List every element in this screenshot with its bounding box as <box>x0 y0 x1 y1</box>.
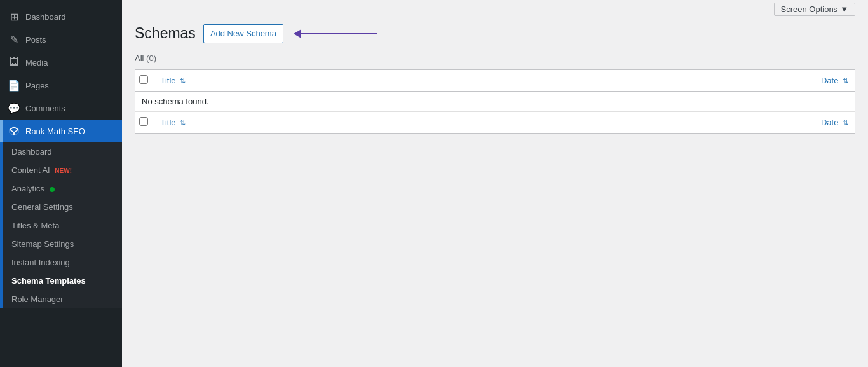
sidebar-item-posts[interactable]: ✎ Posts <box>0 28 122 51</box>
select-all-checkbox[interactable] <box>139 75 148 84</box>
sidebar-label-comments: Comments <box>25 104 65 113</box>
page-content: Schemas Add New Schema All (0) <box>122 18 868 367</box>
page-title: Schemas <box>135 24 196 43</box>
top-bar: Screen Options ▼ <box>122 0 868 18</box>
sidebar-label-pages: Pages <box>25 81 49 90</box>
submenu-item-content-ai[interactable]: Content AI New! <box>3 161 122 179</box>
analytics-status-dot <box>50 187 55 192</box>
sidebar-label-dashboard: Dashboard <box>25 12 66 22</box>
filter-row: All (0) <box>135 53 855 63</box>
sidebar-label-media: Media <box>25 58 48 67</box>
submenu-item-general-settings[interactable]: General Settings <box>3 198 122 216</box>
select-all-footer-checkbox[interactable] <box>139 117 148 126</box>
arrow-line <box>301 33 377 34</box>
submenu-item-dashboard[interactable]: Dashboard <box>3 142 122 161</box>
table-footer-checkbox <box>135 111 154 133</box>
sidebar-item-dashboard[interactable]: ⊞ Dashboard <box>0 5 122 28</box>
sidebar-item-rank-math[interactable]: Rank Math SEO <box>0 120 122 142</box>
sidebar-top-nav: ⊞ Dashboard ✎ Posts 🖼 Media 📄 Pages 💬 Co… <box>0 0 122 308</box>
dashboard-icon: ⊞ <box>8 10 20 23</box>
main-content: Screen Options ▼ Schemas Add New Schema … <box>122 0 868 367</box>
title-sort-icon-footer: ⇅ <box>180 119 186 127</box>
submenu-item-schema-templates[interactable]: Schema Templates <box>3 272 122 290</box>
no-items-message: No schema found. <box>135 91 855 111</box>
filter-count: (0) <box>146 53 156 63</box>
table-footer-col-title[interactable]: Title ⇅ <box>154 111 494 133</box>
title-sort-icon: ⇅ <box>180 77 186 85</box>
submenu-item-role-manager[interactable]: Role Manager <box>3 290 122 308</box>
date-sort-icon-footer: ⇅ <box>843 119 848 127</box>
pages-icon: 📄 <box>8 79 20 92</box>
table-col-date[interactable]: Date ⇅ <box>494 69 855 91</box>
page-title-row: Schemas Add New Schema <box>135 24 855 43</box>
date-sort-icon: ⇅ <box>843 77 848 85</box>
posts-icon: ✎ <box>8 33 20 46</box>
table-footer-row: Title ⇅ Date ⇅ <box>135 111 855 133</box>
submenu-item-titles-meta[interactable]: Titles & Meta <box>3 216 122 235</box>
rank-math-submenu: Dashboard Content AI New! Analytics Gene… <box>0 142 122 308</box>
sidebar-item-comments[interactable]: 💬 Comments <box>0 97 122 120</box>
table-header-row: Title ⇅ Date ⇅ <box>135 69 855 91</box>
submenu-item-analytics[interactable]: Analytics <box>3 179 122 198</box>
screen-options-button[interactable]: Screen Options ▼ <box>774 3 855 16</box>
comments-icon: 💬 <box>8 102 20 114</box>
table-col-title[interactable]: Title ⇅ <box>154 69 494 91</box>
sidebar-item-pages[interactable]: 📄 Pages <box>0 74 122 97</box>
media-icon: 🖼 <box>8 56 20 69</box>
add-new-schema-button[interactable]: Add New Schema <box>203 24 283 43</box>
table-footer-col-date[interactable]: Date ⇅ <box>494 111 855 133</box>
submenu-item-sitemap[interactable]: Sitemap Settings <box>3 235 122 253</box>
rank-math-label: Rank Math SEO <box>25 127 85 136</box>
submenu-item-instant-indexing[interactable]: Instant Indexing <box>3 253 122 272</box>
sidebar: ⊞ Dashboard ✎ Posts 🖼 Media 📄 Pages 💬 Co… <box>0 0 122 367</box>
sidebar-item-media[interactable]: 🖼 Media <box>0 51 122 74</box>
table-header-checkbox <box>135 69 154 91</box>
arrow-pointer <box>294 29 377 38</box>
filter-all-link[interactable]: All (0) <box>135 53 156 63</box>
schema-table: Title ⇅ Date ⇅ No schema found. <box>135 69 855 134</box>
rank-math-icon <box>8 125 20 137</box>
sidebar-label-posts: Posts <box>25 35 46 45</box>
no-items-row: No schema found. <box>135 91 855 111</box>
chevron-down-icon: ▼ <box>840 4 848 14</box>
new-badge: New! <box>55 167 72 174</box>
